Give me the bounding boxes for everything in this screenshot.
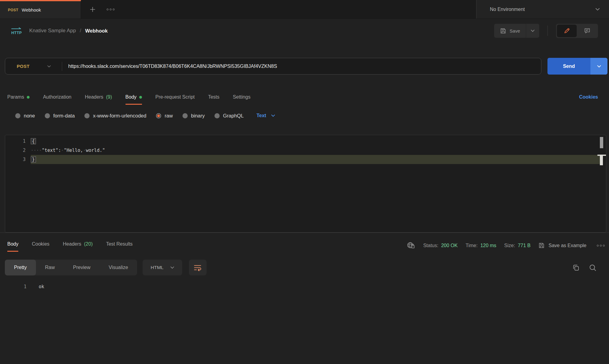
body-mode-list: noneform-datax-www-form-urlencodedrawbin… [15, 113, 244, 119]
tab-method-badge: POST [8, 8, 18, 12]
breadcrumb-collection[interactable]: Knative Sample App [29, 28, 76, 34]
time-value: 120 ms [480, 243, 496, 248]
url-box: POST [5, 58, 541, 75]
request-tab-tests[interactable]: Tests [208, 94, 219, 105]
response-body-viewer[interactable]: 1ok [0, 282, 609, 291]
body-mode-none[interactable]: none [15, 113, 35, 119]
request-tab-settings[interactable]: Settings [233, 94, 250, 105]
method-label: POST [17, 64, 30, 69]
view-raw[interactable]: Raw [36, 260, 64, 275]
comments-button[interactable] [577, 25, 597, 37]
request-tab-authorization[interactable]: Authorization [43, 94, 71, 105]
send-label: Send [563, 64, 575, 69]
response-body-lines: 1ok [0, 282, 609, 291]
url-input[interactable] [62, 64, 541, 69]
search-icon[interactable] [589, 264, 597, 272]
http-badge-text: HTTP [11, 30, 22, 35]
send-options-button[interactable] [590, 58, 607, 75]
wrap-text-icon [193, 264, 202, 271]
line-content: ok [32, 282, 603, 291]
tab-label: Headers [85, 94, 103, 100]
status-value: 200 OK [441, 243, 458, 248]
save-button[interactable]: Save [494, 24, 526, 38]
request-tab-pre-request-script[interactable]: Pre-request Script [155, 94, 195, 105]
raw-language-select[interactable]: Text [257, 113, 275, 118]
request-tab-body[interactable]: Body [126, 94, 142, 105]
tab-title: Webhook [22, 7, 41, 12]
body-mode-binary[interactable]: binary [182, 113, 205, 119]
chevron-down-icon [170, 266, 174, 269]
request-file-tab[interactable]: POST Webhook [0, 0, 81, 19]
tab-label: Test Results [106, 241, 133, 247]
cookies-link[interactable]: Cookies [579, 94, 598, 100]
response-tab-headers[interactable]: Headers(20) [63, 241, 93, 252]
tab-options-button[interactable] [102, 0, 119, 19]
size-label: Size: [504, 243, 515, 248]
response-options-button[interactable] [597, 245, 605, 247]
save-icon [538, 242, 545, 249]
radio-icon [214, 113, 220, 118]
http-protocol-icon: HTTP [10, 27, 23, 35]
tab-count: (9) [106, 94, 112, 100]
editor-cursor-marker [600, 156, 603, 165]
view-visualize[interactable]: Visualize [100, 260, 137, 275]
code-line-2[interactable]: 2····"text":·"Hello,·world." [5, 146, 606, 155]
edit-request-button[interactable] [557, 25, 577, 37]
view-preview[interactable]: Preview [64, 260, 100, 275]
radio-icon [84, 113, 90, 118]
size-value: 771 B [518, 243, 531, 248]
response-tab-test-results[interactable]: Test Results [106, 241, 133, 252]
response-view-row: PrettyRawPreviewVisualize HTML [0, 260, 609, 275]
response-tab-cookies[interactable]: Cookies [32, 241, 49, 252]
unsaved-changes-dot [139, 96, 142, 99]
method-select[interactable]: POST [5, 64, 62, 69]
request-body-editor[interactable]: 1{2····"text":·"Hello,·world."3} [5, 135, 606, 233]
save-options-button[interactable] [526, 24, 539, 38]
network-globe-lock-icon[interactable] [406, 241, 415, 250]
save-as-example-button[interactable]: Save as Example [538, 242, 586, 249]
request-body-editor-lines: 1{2····"text":·"Hello,·world."3} [5, 137, 606, 164]
mode-label: GraphQL [223, 113, 244, 119]
body-mode-raw[interactable]: raw [156, 113, 173, 119]
whitespace-dot: · [39, 148, 42, 153]
mode-label: raw [165, 113, 173, 119]
breadcrumb-request-name[interactable]: Webhook [85, 28, 108, 34]
whitespace-dot: · [61, 148, 64, 153]
tab-label: Tests [208, 94, 219, 100]
response-format-label: HTML [150, 265, 163, 270]
chevron-down-icon [595, 8, 600, 11]
chevron-down-icon [271, 114, 275, 117]
tab-label: Body [7, 241, 18, 247]
pencil-icon [564, 27, 570, 34]
environment-selector[interactable]: No Environment [476, 0, 609, 19]
mode-label: none [24, 113, 35, 119]
editor-scrollbar-thumb[interactable] [600, 137, 603, 148]
body-mode-x-www-form-urlencoded[interactable]: x-www-form-urlencoded [84, 113, 146, 119]
response-format-select[interactable]: HTML [143, 260, 182, 275]
size-stat: Size: 771 B [504, 243, 530, 248]
copy-icon[interactable] [572, 264, 580, 272]
response-status-cluster: Status: 200 OK Time: 120 ms Size: 771 B … [406, 241, 605, 250]
bracket-highlight: } [31, 156, 36, 163]
code-line-3[interactable]: 3} [5, 155, 606, 164]
response-tab-body[interactable]: Body [7, 241, 18, 252]
body-mode-graphql[interactable]: GraphQL [214, 113, 244, 119]
request-tab-params[interactable]: Params [7, 94, 30, 105]
tab-count: (20) [84, 241, 93, 247]
plus-icon [89, 6, 96, 13]
wrap-text-button[interactable] [189, 260, 207, 275]
view-pretty[interactable]: Pretty [5, 260, 36, 275]
new-tab-button[interactable] [85, 0, 100, 19]
unsaved-changes-dot [27, 96, 30, 99]
whitespace-dot: · [34, 148, 36, 153]
code-line-1[interactable]: 1{ [5, 137, 606, 146]
request-header: HTTP Knative Sample App / Webhook Save [0, 19, 609, 43]
code-line-1[interactable]: 1ok [0, 282, 609, 291]
send-button[interactable]: Send [547, 58, 590, 75]
header-actions: Save [494, 24, 604, 38]
mode-label: form-data [53, 113, 75, 119]
mode-label: x-www-form-urlencoded [93, 113, 146, 119]
tab-label: Headers [63, 241, 81, 247]
request-tab-headers[interactable]: Headers(9) [85, 94, 112, 105]
body-mode-form-data[interactable]: form-data [45, 113, 75, 119]
